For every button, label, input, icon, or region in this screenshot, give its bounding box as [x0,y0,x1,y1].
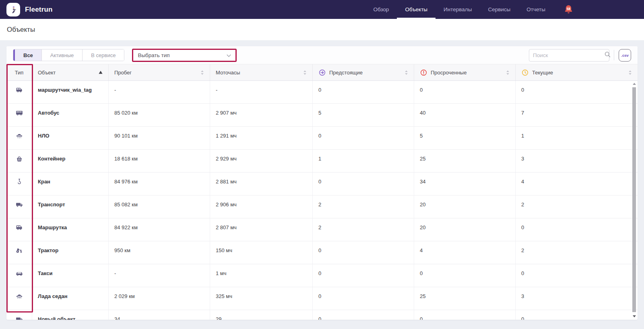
engine-hours-cell: 325 мч [210,287,313,310]
mileage-cell: 85 082 км [109,195,210,218]
upcoming-cell: 2 [313,218,414,241]
upcoming-cell: 0 [313,264,414,287]
truck-icon [6,195,32,218]
nav-item-intervals[interactable]: Интервалы [436,0,480,19]
type-select-placeholder: Выбрать тип [138,52,169,58]
ufo-icon [6,287,32,310]
filter-tab-active[interactable]: Активные [41,49,82,61]
tractor-icon [6,241,32,264]
bus-icon [6,104,32,126]
current-cell: 0 [516,310,638,320]
upcoming-cell: 0 [313,241,414,264]
export-csv-button[interactable]: .csv [619,49,631,62]
table-row[interactable]: Такси-1 мч000 [6,264,638,287]
mileage-cell: 2 029 км [109,287,210,310]
sort-icon[interactable] [402,70,408,75]
engine-hours-cell: 2 906 мч [210,195,313,218]
current-icon [521,69,529,76]
engine-hours-cell: 2 929 мч [210,150,313,172]
current-cell: 0 [516,81,638,103]
fleetrun-logo-icon [6,3,20,16]
nav-item-units[interactable]: Объекты [397,0,436,19]
filter-tab-in-service[interactable]: В сервисе [82,49,124,61]
overdue-cell: 25 [414,150,516,172]
toolbar: ВсеАктивныеВ сервисе Выбрать тип .csv [6,46,638,64]
sort-icon[interactable] [198,70,204,75]
sort-asc-icon[interactable] [96,71,103,74]
engine-hours-cell: 2 807 мч [210,218,313,241]
mileage-cell: 950 км [109,241,210,264]
table-row[interactable]: Кран84 976 км2 881 мч0344 [6,173,638,195]
toolbar-divider [614,50,614,60]
nav-item-services[interactable]: Сервисы [480,0,518,19]
table-row[interactable]: Лада седан2 029 км325 мч0253 [6,287,638,310]
search-input[interactable] [533,52,604,58]
overdue-cell: 40 [414,104,516,126]
truck-icon [6,310,32,320]
notifications-button[interactable]: 58 [564,4,573,14]
mileage-cell: 84 976 км [109,173,210,195]
table-row[interactable]: НЛО90 101 км1 291 мч051 [6,127,638,150]
table-row[interactable]: Транспорт85 082 км2 906 мч2202 [6,195,638,218]
container-icon [6,150,32,172]
object-cell: Маршрутка [32,218,109,241]
mileage-cell: 34 [109,310,210,320]
nav-item-overview[interactable]: Обзор [365,0,397,19]
column-header-type[interactable]: Тип [6,64,32,80]
object-cell: Кран [32,173,109,195]
sort-icon[interactable] [626,70,632,75]
upcoming-cell: 2 [313,195,414,218]
overdue-cell: 0 [414,81,516,103]
mileage-cell: - [109,81,210,103]
upcoming-cell: 0 [313,287,414,310]
upcoming-icon [318,69,326,76]
engine-hours-cell: 2 881 мч [210,173,313,195]
overdue-cell: 4 [414,241,516,264]
column-header-upcoming[interactable]: Предстоящие [313,64,414,80]
column-header-current[interactable]: Текущие [516,64,638,80]
mileage-cell: - [109,264,210,287]
upcoming-cell: 0 [313,127,414,149]
table-header-row: ТипОбъектПробегМоточасыПредстоящиеПросро… [6,64,638,81]
chevron-down-icon [227,52,231,58]
sort-icon[interactable] [504,70,510,75]
vertical-scrollbar[interactable] [632,82,636,319]
current-cell: 3 [516,287,638,310]
table-row[interactable]: Новый объект3429000 [6,310,638,320]
sort-icon[interactable] [301,70,307,75]
bell-icon: 58 [564,4,573,14]
overdue-cell: 34 [414,173,516,195]
scrollbar-thumb[interactable] [632,87,636,312]
engine-hours-cell: 2 907 мч [210,104,313,126]
column-header-mileage[interactable]: Пробег [109,64,210,80]
crane-icon [6,173,32,195]
overdue-cell: 0 [414,310,516,320]
column-header-overdue[interactable]: Просроченные [414,64,516,80]
table-row[interactable]: Контейнер18 618 км2 929 мч1253 [6,150,638,173]
ufo-icon [6,127,32,149]
column-header-object[interactable]: Объект [32,64,109,80]
overdue-icon [420,69,427,76]
nav-item-reports[interactable]: Отчеты [518,0,553,19]
column-header-engine-hours[interactable]: Моточасы [210,64,313,80]
object-cell: Лада седан [32,287,109,310]
scroll-down-icon[interactable] [632,314,636,319]
engine-hours-cell: 1 мч [210,264,313,287]
table-row[interactable]: Автобус85 020 км2 907 мч5407 [6,104,638,127]
object-cell: маршрутчик_wia_tag [32,81,109,103]
filter-tab-all[interactable]: Все [15,49,41,61]
type-select[interactable]: Выбрать тип [132,49,237,62]
mileage-cell: 84 922 км [109,218,210,241]
scroll-up-icon[interactable] [632,82,636,86]
table-row[interactable]: Маршрутка84 922 км2 807 мч2200 [6,218,638,241]
table-row[interactable]: маршрутчик_wia_tag--000 [6,81,638,104]
table-row[interactable]: Трактор950 км150 мч042 [6,241,638,264]
current-cell: 0 [516,218,638,241]
main-nav: ОбзорОбъектыИнтервалыСервисыОтчеты [365,0,553,19]
object-cell: Автобус [32,104,109,126]
notification-count-badge: 58 [567,7,571,11]
current-cell: 1 [516,127,638,149]
current-cell: 7 [516,104,638,126]
current-cell: 2 [516,195,638,218]
brand[interactable]: Fleetrun [6,3,53,16]
